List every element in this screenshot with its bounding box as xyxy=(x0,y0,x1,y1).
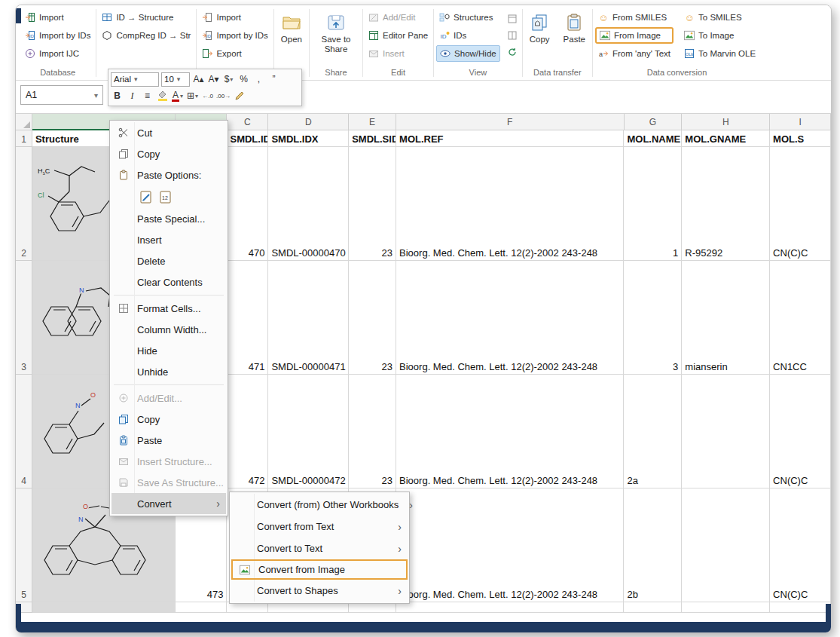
submenu-item-convert-from-other-workbooks[interactable]: Convert (from) Other Workbooks › xyxy=(231,494,408,516)
cell-a6[interactable] xyxy=(32,602,176,613)
database-import-button[interactable]: Import xyxy=(22,9,93,26)
menu-item-paste-structure[interactable]: Paste xyxy=(111,430,226,451)
cell-h1[interactable]: MOL.GNAME xyxy=(682,130,770,147)
column-header-g[interactable]: G xyxy=(625,114,683,130)
database-import-ijc-button[interactable]: Import IJC xyxy=(22,45,93,62)
font-size-select[interactable]: 10 ▾ xyxy=(161,72,190,87)
cell-h2[interactable]: R-95292 xyxy=(682,147,770,261)
cell-f5[interactable]: Bioorg. Med. Chem. Lett. 12(2)-2002 243-… xyxy=(396,488,624,602)
to-image-button[interactable]: To Image xyxy=(681,27,759,44)
column-header-d[interactable]: D xyxy=(268,114,349,130)
menu-item-paste-special[interactable]: Paste Special... xyxy=(111,208,226,229)
menu-item-insert[interactable]: Insert xyxy=(111,229,226,250)
cell-c2[interactable]: 470 xyxy=(227,147,268,261)
to-smiles-button[interactable]: ☺ To SMILES xyxy=(681,9,759,26)
cell-h4[interactable] xyxy=(682,375,770,488)
menu-item-convert[interactable]: Convert › xyxy=(111,493,226,514)
menu-item-insert-structure[interactable]: Insert Structure... xyxy=(111,451,226,472)
view-option-2-button[interactable] xyxy=(505,28,520,43)
row-header-4[interactable]: 4 xyxy=(16,375,32,488)
cell-d1[interactable]: SMDL.IDX xyxy=(268,130,349,147)
from-any-text-button[interactable]: a From 'any' Text xyxy=(595,45,674,62)
view-option-1-button[interactable] xyxy=(505,11,520,26)
view-show-hide-button[interactable]: Show/Hide xyxy=(436,45,500,62)
cell-e1[interactable]: SMDL.SID xyxy=(349,130,396,147)
menu-item-add-edit[interactable]: Add/Edit... xyxy=(111,387,226,409)
cell-f4[interactable]: Bioorg. Med. Chem. Lett. 12(2)-2002 243-… xyxy=(396,375,624,488)
decrease-font-button[interactable]: A▾ xyxy=(207,72,220,87)
cell-f1[interactable]: MOL.REF xyxy=(396,130,624,147)
name-box[interactable]: A1 ▾ xyxy=(20,85,103,105)
cell-f2[interactable]: Bioorg. Med. Chem. Lett. 12(2)-2002 243-… xyxy=(396,147,624,261)
compreg-id-to-str-button[interactable]: CompReg ID → Str xyxy=(99,27,194,44)
row-header-3[interactable]: 3 xyxy=(16,261,32,375)
borders-button[interactable]: ⊞▾ xyxy=(186,89,199,103)
accounting-format-button[interactable]: $▾ xyxy=(222,72,235,87)
cell-g3[interactable]: 3 xyxy=(624,261,682,375)
io-export-button[interactable]: Export xyxy=(199,45,270,62)
decrease-decimal-button[interactable]: ←.0 xyxy=(201,89,214,103)
open-button[interactable]: Open xyxy=(276,9,307,44)
paste-option-values-icon[interactable]: 12 xyxy=(158,189,173,204)
row-header-2[interactable]: 2 xyxy=(16,147,32,261)
cell-i5[interactable]: CN(C)C xyxy=(770,488,831,602)
cell-i3[interactable]: CN1CC xyxy=(770,261,831,375)
cell-d2[interactable]: SMDL-00000470 xyxy=(268,147,349,261)
row-header-1[interactable]: 1 xyxy=(16,130,32,147)
font-color-button[interactable]: A▾ xyxy=(171,89,184,103)
cell-d3[interactable]: SMDL-00000471 xyxy=(268,261,349,375)
cell-e4[interactable]: 23 xyxy=(349,375,396,488)
italic-button[interactable]: I xyxy=(126,89,139,103)
cell-c3[interactable]: 471 xyxy=(227,261,268,375)
submenu-item-convert-from-text[interactable]: Convert from Text › xyxy=(231,516,408,537)
percent-style-button[interactable]: % xyxy=(237,72,250,87)
fill-color-button[interactable] xyxy=(156,89,169,103)
database-import-by-ids-button[interactable]: ID Import by IDs xyxy=(22,27,93,44)
cell-i4[interactable]: CN(C)C xyxy=(770,375,831,488)
column-header-i[interactable]: I xyxy=(770,114,831,130)
cell-i2[interactable]: CN(C)C xyxy=(770,147,831,261)
view-ids-button[interactable]: ID IDs xyxy=(436,27,500,44)
row-header-5[interactable]: 5 xyxy=(16,488,32,602)
cell-h3[interactable]: mianserin xyxy=(682,261,770,375)
io-import-button[interactable]: Import xyxy=(199,9,270,26)
menu-item-copy-structure[interactable]: Copy xyxy=(111,409,226,430)
add-edit-button[interactable]: Add/Edit xyxy=(365,9,431,26)
column-header-c[interactable]: C xyxy=(227,114,268,130)
cell-e3[interactable]: 23 xyxy=(349,261,396,375)
cell-i1[interactable]: MOL.S xyxy=(770,130,831,147)
menu-item-unhide[interactable]: Unhide xyxy=(111,361,226,382)
cell-g2[interactable]: 1 xyxy=(624,147,682,261)
copy-button[interactable]: Copy xyxy=(525,9,554,44)
menu-item-clear-contents[interactable]: Clear Contents xyxy=(111,271,226,292)
submenu-item-convert-from-image[interactable]: Convert from Image xyxy=(231,559,408,580)
submenu-item-convert-to-shapes[interactable]: Convert to Shapes › xyxy=(231,580,408,602)
menu-item-delete[interactable]: Delete xyxy=(111,250,226,271)
align-button[interactable]: ≡ xyxy=(141,89,154,103)
view-structures-button[interactable]: Structures xyxy=(436,9,500,26)
column-header-e[interactable]: E xyxy=(349,114,396,130)
cell-h5[interactable] xyxy=(682,488,770,602)
id-to-structure-button[interactable]: ID → Structure xyxy=(99,9,194,26)
column-header-f[interactable]: F xyxy=(396,114,624,130)
cell-g5[interactable]: 2b xyxy=(624,488,682,602)
menu-item-column-width[interactable]: Column Width... xyxy=(111,319,226,340)
view-refresh-button[interactable] xyxy=(505,44,520,60)
paste-option-keep-formatting-icon[interactable] xyxy=(139,189,154,204)
increase-decimal-button[interactable]: .00→ xyxy=(216,89,231,103)
menu-item-cut[interactable]: Cut xyxy=(111,122,226,143)
io-import-by-ids-button[interactable]: ID Import by IDs xyxy=(199,27,270,44)
from-image-button[interactable]: From Image xyxy=(595,27,674,44)
cell-g1[interactable]: MOL.NAME xyxy=(624,130,682,147)
cell-e2[interactable]: 23 xyxy=(349,147,396,261)
cell-c4[interactable]: 472 xyxy=(227,375,268,488)
comma-style-button[interactable]: , xyxy=(252,72,265,87)
to-marvin-ole-button[interactable]: OLE To Marvin OLE xyxy=(681,45,759,62)
cell-g4[interactable]: 2a xyxy=(624,375,682,488)
editor-pane-button[interactable]: Editor Pane xyxy=(365,27,431,44)
format-painter-button[interactable] xyxy=(233,89,246,103)
from-smiles-button[interactable]: ☺ From SMILES xyxy=(595,9,674,26)
column-header-h[interactable]: H xyxy=(682,114,770,130)
format-style-button[interactable]: ” xyxy=(267,72,280,87)
select-all-corner[interactable] xyxy=(16,114,32,130)
